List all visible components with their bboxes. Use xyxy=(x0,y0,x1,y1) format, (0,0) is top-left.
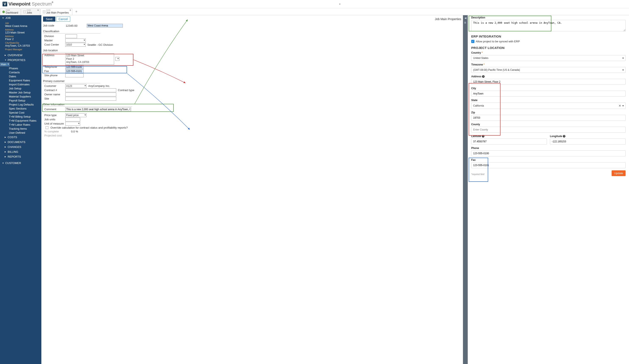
nav-tm-billing-setup[interactable]: T+M Billing Setup xyxy=(0,115,41,119)
jobunits-label: Job units xyxy=(43,118,65,121)
nav-reports[interactable]: ▶REPORTS xyxy=(0,154,41,159)
info-icon[interactable]: ? xyxy=(482,75,484,78)
description-textarea[interactable]: This is a new 2,000 seat high school are… xyxy=(471,20,626,31)
r-phone-input[interactable] xyxy=(471,150,626,156)
chevron-down-icon: ▾ xyxy=(623,68,624,71)
cancel-button[interactable]: Cancel xyxy=(56,16,70,22)
collapse-icon[interactable]: ◀ xyxy=(465,16,466,19)
brand-logo-icon: V xyxy=(2,2,7,6)
r-fax-input[interactable] xyxy=(471,162,626,168)
comment-input[interactable] xyxy=(65,107,131,111)
sitephone-label: Site phone xyxy=(43,74,65,77)
sitephone-input[interactable] xyxy=(65,74,84,77)
nav-payroll-setup[interactable]: Payroll Setup xyxy=(0,98,41,102)
state-select[interactable]: California ✕ ▾ xyxy=(471,102,626,109)
ownername-input[interactable] xyxy=(65,92,116,96)
tab-jobs[interactable]: CCDJobs ✕ xyxy=(21,8,40,15)
longitude-input[interactable] xyxy=(550,139,626,145)
clear-icon[interactable]: ✕ xyxy=(617,104,623,107)
nav-spec-sections[interactable]: Spec Sections xyxy=(0,106,41,111)
tab-dashboard[interactable]: CCDDashboard xyxy=(0,8,20,15)
caret-down-icon: ▼ xyxy=(2,162,4,164)
nav-project-log-defaults[interactable]: Project Log Defaults xyxy=(0,102,41,106)
file-icon xyxy=(43,10,45,13)
nav-label: REPORTS xyxy=(8,155,21,158)
nav-dates[interactable]: Dates xyxy=(0,74,41,78)
nav-contacts[interactable]: Contacts xyxy=(0,70,41,74)
state-label: State xyxy=(471,99,626,102)
sidebar-section-customer[interactable]: ▼CUSTOMER xyxy=(0,160,41,166)
customer-code: A123 xyxy=(66,85,72,88)
fax-input[interactable] xyxy=(65,69,84,73)
pricetype-select[interactable]: Fixed price xyxy=(65,113,87,117)
tab-add-button[interactable]: + xyxy=(73,9,80,15)
nav-costs[interactable]: ▶COSTS xyxy=(0,135,41,140)
sidebar-section-job[interactable]: ▼JOB xyxy=(0,15,41,20)
nav-phases[interactable]: Phases xyxy=(0,66,41,70)
zip-input[interactable] xyxy=(471,115,626,121)
side-strip: ◀ 🗎 xyxy=(463,15,468,364)
save-button[interactable]: Save xyxy=(43,16,55,22)
nav-documents[interactable]: ▶DOCUMENTS xyxy=(0,140,41,145)
address-textarea[interactable]: 123 Main Street Floor 2 AnyTown, CA 1970… xyxy=(65,53,114,65)
attach-icon[interactable]: 🗎 xyxy=(464,21,467,24)
sidebar-addr-lbl: Address xyxy=(5,28,41,31)
nav-master-job-setup[interactable]: Master Job Setup xyxy=(0,91,41,94)
sidebar-csz-lbl: City/State/Zip xyxy=(5,42,41,44)
nav-special-cost[interactable]: Special Cost xyxy=(0,111,41,115)
costcenter-label: Cost Center xyxy=(43,43,65,46)
nav-tm-equipment-rates[interactable]: T+M Equipment Rates xyxy=(0,119,41,123)
country-select[interactable]: United States▾ xyxy=(471,55,626,61)
city-input[interactable] xyxy=(471,91,626,97)
r-address-input[interactable] xyxy=(471,79,626,85)
nav-tracking-items[interactable]: Tracking Items xyxy=(0,127,41,131)
longitude-label: Longitude xyxy=(550,135,562,138)
county-input[interactable] xyxy=(471,127,626,133)
erp-checkbox[interactable]: ✓ xyxy=(471,40,474,43)
info-icon[interactable]: ? xyxy=(563,135,565,138)
nav-user-defined[interactable]: User-Defined xyxy=(0,131,41,135)
customer-select[interactable]: A123 xyxy=(65,84,87,88)
jobcode-label: Job code xyxy=(43,24,65,27)
nav-overview[interactable]: ▶OVERVIEW xyxy=(0,53,41,58)
info-icon[interactable]: ? xyxy=(482,135,484,138)
close-icon[interactable]: ✕ xyxy=(37,9,39,12)
nav-tm-labor-rates[interactable]: T+M Labor Rates xyxy=(0,123,41,127)
nav-main[interactable]: Main xyxy=(0,63,9,66)
right-panel: Description This is a new 2,000 seat hig… xyxy=(468,15,629,364)
file-icon xyxy=(23,10,26,13)
division-label: Division xyxy=(43,34,65,38)
tab-label: Dashboard xyxy=(6,11,18,14)
header-drop-icon[interactable]: ▼ xyxy=(339,3,341,5)
latitude-input[interactable] xyxy=(471,139,547,145)
site-input[interactable] xyxy=(65,97,116,101)
primarycustomer-header: Primary customer xyxy=(43,80,461,83)
costcenter-select[interactable]: 1010 xyxy=(65,43,86,47)
close-icon[interactable]: ✕ xyxy=(69,9,71,12)
contract-input[interactable] xyxy=(65,88,116,92)
sidebar-section-label: JOB xyxy=(5,16,10,19)
brand-text: Viewpoint Spectrum® xyxy=(8,1,53,7)
master-select[interactable] xyxy=(65,39,86,42)
nav-material-suppliers[interactable]: Material Suppliers xyxy=(0,94,41,98)
nav-equipment-rates[interactable]: Equipment Rates xyxy=(0,78,41,83)
latitude-label: Latitude xyxy=(471,135,481,138)
uom-select[interactable] xyxy=(65,122,80,126)
nav-changes[interactable]: ▶CHANGES xyxy=(0,145,41,149)
update-button[interactable]: Update xyxy=(612,170,626,176)
telephone-input[interactable] xyxy=(65,65,84,69)
nav-properties[interactable]: ▼PROPERTIES xyxy=(0,58,41,63)
nav-billing[interactable]: ▶BILLING xyxy=(0,149,41,154)
site-label: Site xyxy=(43,97,65,100)
override-checkbox[interactable] xyxy=(46,126,48,129)
jobunits-input[interactable] xyxy=(65,118,80,121)
address-lookup-button[interactable] xyxy=(115,57,119,61)
sidebar: ▼JOB Job West Coast Arena Address 123 Ma… xyxy=(0,15,41,364)
sidebar-job-val: West Coast Arena xyxy=(5,24,41,27)
division-input[interactable] xyxy=(65,34,77,38)
nav-job-setup[interactable]: Job Setup xyxy=(0,87,41,91)
timezone-select[interactable]: (GMT-08:00) Pacific Time (US & Canada)▾ xyxy=(471,67,626,73)
nav-import-estimates[interactable]: Import Estimates xyxy=(0,83,41,87)
jobname-input[interactable] xyxy=(87,24,123,27)
tab-job-main-properties[interactable]: CCDJob Main Properties ✕ xyxy=(40,8,72,15)
